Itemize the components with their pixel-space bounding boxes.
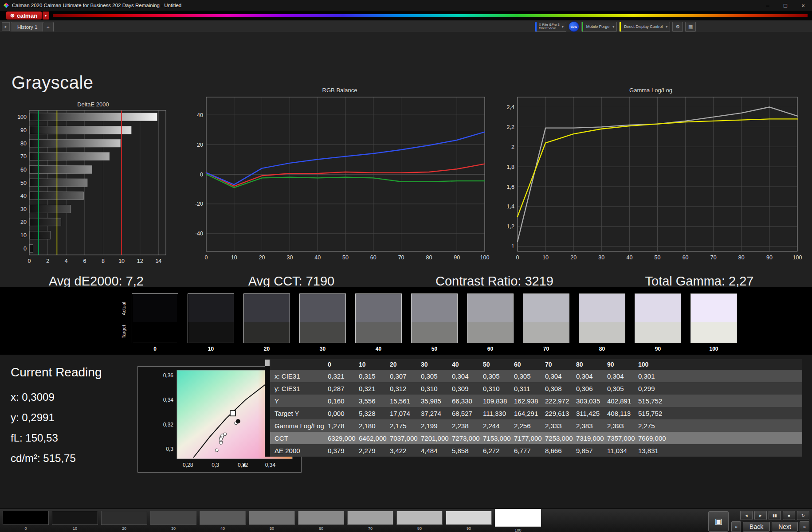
- patch-level-label: 0: [3, 526, 49, 531]
- skip-back-button[interactable]: ◄: [740, 511, 753, 520]
- settings-gear-button[interactable]: ⚙: [672, 22, 683, 32]
- table-column-header: 30: [421, 361, 452, 368]
- actual-patch: [356, 294, 401, 322]
- stop-button[interactable]: ■: [783, 511, 795, 520]
- patch-level-button[interactable]: 40: [200, 511, 246, 532]
- table-cell: 0,321: [328, 372, 359, 380]
- svg-text:2: 2: [46, 258, 49, 264]
- patch-color[interactable]: [150, 511, 196, 525]
- table-column-header: 60: [514, 361, 545, 368]
- actual-patch: [691, 294, 737, 322]
- patch-level-button[interactable]: 100: [495, 511, 541, 532]
- patch-color[interactable]: [446, 511, 492, 525]
- table-cell: 0,315: [359, 372, 390, 380]
- tab-bar: ▸ History 1 + X-Rite i1Pro 3 Direct View…: [0, 20, 812, 32]
- table-column-header: 80: [576, 361, 607, 368]
- svg-text:40: 40: [20, 193, 27, 199]
- meter-mode-badge[interactable]: 60S: [569, 21, 579, 32]
- table-column-header: 50: [483, 361, 514, 368]
- table-cell: 7319,000: [576, 434, 607, 442]
- table-scrollbar[interactable]: [265, 359, 270, 457]
- table-cell: 0,310: [483, 385, 514, 392]
- patch-level-button[interactable]: 50: [249, 511, 295, 532]
- tab-add-button[interactable]: +: [43, 22, 54, 31]
- svg-text:6: 6: [83, 258, 86, 264]
- table-row-label: Gamma Log/Log: [270, 422, 328, 430]
- next-chevron-icon[interactable]: »: [800, 521, 809, 532]
- playback-buttons: ◄►▮▮■↻: [731, 511, 809, 520]
- table-cell: 2,383: [576, 422, 607, 430]
- gamma-loglog-svg: 01020304050607080901002,42,221,81,61,41,…: [499, 94, 803, 264]
- table-cell: 0,308: [545, 385, 576, 392]
- patch-level-button[interactable]: 70: [347, 511, 393, 532]
- table-cell: 2,279: [359, 447, 390, 454]
- svg-text:2,2: 2,2: [507, 124, 514, 130]
- table-cell: 0,309: [452, 385, 483, 392]
- back-chevron-icon[interactable]: «: [731, 521, 741, 532]
- swatch-level-label: 100: [690, 346, 737, 352]
- rgb-balance-chart: RGB Balance 010203040506070809010040200-…: [189, 87, 490, 266]
- tab-scroll-button[interactable]: ▸: [2, 22, 10, 31]
- patch-color[interactable]: [347, 511, 393, 525]
- patch-level-button[interactable]: 60: [298, 511, 344, 532]
- patch-color[interactable]: [200, 511, 246, 525]
- table-cell: 7201,000: [421, 434, 452, 442]
- deltae-bar-svg: 024681012141009080706050403020100: [16, 109, 170, 266]
- display-control-selector[interactable]: Direct Display Control ▾: [619, 22, 670, 32]
- table-row-label: Y: [270, 397, 328, 405]
- patch-color[interactable]: [101, 511, 147, 525]
- svg-text:40: 40: [626, 254, 632, 261]
- close-button[interactable]: ×: [794, 0, 812, 11]
- svg-text:1: 1: [511, 243, 514, 250]
- source-selector[interactable]: Mobile Forge ▾: [581, 22, 617, 32]
- table-row: Target Y0,0005,32817,07437,27468,527111,…: [270, 407, 802, 419]
- patch-color[interactable]: [396, 511, 443, 525]
- hardware-toolbar: X-Rite i1Pro 3 Direct View ▾ 60S Mobile …: [535, 21, 696, 32]
- grayscale-swatch: 90: [635, 293, 681, 352]
- table-cell: 7153,000: [483, 434, 514, 442]
- minimize-button[interactable]: –: [759, 0, 777, 11]
- table-cell: 402,891: [607, 397, 638, 405]
- pause-button[interactable]: ▮▮: [769, 511, 781, 520]
- patch-window-button[interactable]: ▣: [708, 511, 729, 532]
- patch-level-button[interactable]: 20: [101, 511, 147, 532]
- table-cell: 0,306: [576, 385, 607, 392]
- calman-logo-icon: ⊛: [10, 12, 15, 19]
- patch-level-button[interactable]: 10: [52, 511, 98, 532]
- patch-level-button[interactable]: 90: [446, 511, 492, 532]
- table-cell: 3,422: [390, 447, 421, 454]
- patch-color[interactable]: [298, 511, 344, 525]
- layout-grid-button[interactable]: ▦: [685, 22, 696, 32]
- patch-color[interactable]: [52, 511, 98, 525]
- svg-text:100: 100: [17, 114, 27, 120]
- patch-level-button[interactable]: 80: [396, 511, 443, 532]
- grayscale-workspace: Grayscale DeltaE 2000 024681012141009080…: [0, 32, 812, 287]
- patch-level-button[interactable]: 30: [150, 511, 196, 532]
- stat-contrast-ratio: Contrast Ratio: 3219: [435, 274, 553, 289]
- patch-color[interactable]: [249, 511, 295, 525]
- transport-controls: ▣ ◄►▮▮■↻ « Back Next »: [708, 511, 809, 532]
- table-cell: 0,000: [328, 410, 359, 417]
- table-column-header: 100: [638, 361, 669, 368]
- svg-text:10: 10: [231, 254, 237, 261]
- tab-history-1[interactable]: History 1: [11, 22, 44, 31]
- patch-level-label: 60: [298, 526, 344, 531]
- back-button[interactable]: Back: [743, 522, 770, 532]
- svg-text:10: 10: [20, 232, 27, 239]
- calman-logo[interactable]: ⊛ calman: [6, 12, 42, 20]
- next-button[interactable]: Next: [772, 522, 798, 532]
- repeat-button[interactable]: ↻: [797, 511, 809, 520]
- play-button[interactable]: ►: [754, 511, 767, 520]
- table-header-row: 0102030405060708090100: [270, 359, 802, 370]
- table-cell: 35,985: [421, 397, 452, 405]
- maximize-button[interactable]: □: [777, 0, 794, 11]
- logo-menu-arrow[interactable]: ▾: [43, 12, 49, 20]
- table-cell: 6,272: [483, 447, 514, 454]
- table-cell: 15,561: [390, 397, 421, 405]
- titlebar: Calman 2020 Calman Ultimate for Business…: [0, 0, 812, 11]
- patch-color[interactable]: [3, 511, 49, 525]
- patch-level-label: 90: [446, 526, 492, 531]
- patch-level-button[interactable]: 0: [3, 511, 49, 532]
- patch-color[interactable]: [495, 509, 541, 527]
- meter-selector[interactable]: X-Rite i1Pro 3 Direct View ▾: [535, 22, 566, 32]
